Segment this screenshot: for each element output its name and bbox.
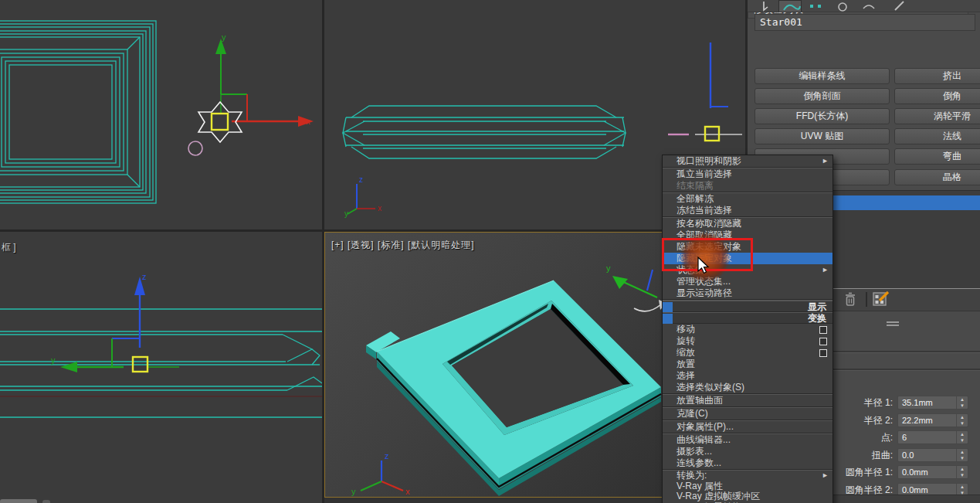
menu-item-scale[interactable]: 缩放 bbox=[663, 347, 832, 359]
svg-text:z: z bbox=[142, 272, 147, 281]
context-menu: 视口照明和阴影► 孤立当前选择 结束隔离 全部解冻 冻结当前选择 按名称取消隐藏… bbox=[662, 155, 833, 503]
submenu-arrow-icon: ► bbox=[822, 155, 829, 167]
svg-text:y: y bbox=[222, 32, 226, 42]
object-name-field[interactable]: Star001 bbox=[754, 14, 975, 31]
motion-icon[interactable] bbox=[831, 0, 854, 12]
viewport-splitter-horizontal[interactable] bbox=[0, 229, 745, 232]
create-icon[interactable] bbox=[754, 0, 777, 12]
svg-text:x: x bbox=[306, 117, 310, 126]
submenu-arrow-icon: ► bbox=[822, 471, 829, 481]
points-input[interactable]: 6 ▲▼ bbox=[897, 430, 968, 444]
settings-box-icon[interactable] bbox=[819, 349, 827, 357]
menu-item-viewport-lighting[interactable]: 视口照明和阴影► bbox=[663, 155, 832, 167]
spinner-icon[interactable]: ▲▼ bbox=[956, 466, 968, 478]
submenu-arrow-icon: ► bbox=[822, 264, 829, 276]
command-panel-tabs bbox=[748, 0, 980, 12]
rollout-grip[interactable] bbox=[887, 321, 899, 323]
menu-item-show-motion-paths[interactable]: 显示运动路径 bbox=[663, 287, 832, 299]
menu-item-placement[interactable]: 放置 bbox=[663, 359, 832, 370]
axis-tripod: z y x bbox=[344, 175, 381, 218]
distortion-input[interactable]: 0.0 ▲▼ bbox=[897, 448, 968, 462]
axis-tripod: z x y bbox=[351, 451, 410, 496]
radius2-input[interactable]: 22.2mm ▲▼ bbox=[897, 413, 968, 427]
radius1-input[interactable]: 35.1mm ▲▼ bbox=[897, 396, 968, 410]
top-view-wireframe: y x bbox=[0, 0, 322, 229]
menu-item-move[interactable]: 移动 bbox=[663, 324, 832, 335]
menu-item-select-similar[interactable]: 选择类似对象(S) bbox=[663, 382, 832, 393]
hierarchy-icon[interactable] bbox=[805, 0, 828, 12]
menu-item-freeze-selection[interactable]: 冻结当前选择 bbox=[663, 205, 832, 216]
modifier-button-edit-spline[interactable]: 编辑样条线 bbox=[754, 68, 890, 84]
remove-modifier-icon[interactable] bbox=[843, 291, 857, 311]
settings-box-icon[interactable] bbox=[819, 326, 827, 334]
menu-item-select[interactable]: 选择 bbox=[663, 370, 832, 382]
modifier-button-turbosmooth[interactable]: 涡轮平滑 bbox=[894, 108, 980, 124]
spinner-icon[interactable]: ▲▼ bbox=[956, 414, 968, 427]
star-spline bbox=[198, 102, 242, 142]
rollout-grip[interactable] bbox=[887, 325, 899, 326]
spinner-icon[interactable]: ▲▼ bbox=[956, 396, 968, 409]
viewport-label[interactable]: [+] [透视] [标准] [默认明暗处理] bbox=[331, 239, 475, 252]
viewport-splitter-vertical[interactable] bbox=[322, 0, 324, 503]
modifier-button-ffd-box[interactable]: FFD(长方体) bbox=[754, 108, 890, 124]
modifier-button-normal[interactable]: 法线 bbox=[894, 128, 980, 144]
ui-fragment bbox=[0, 499, 37, 503]
menu-item-rotate[interactable]: 旋转 bbox=[663, 335, 832, 347]
toolbar-separator bbox=[866, 292, 867, 307]
ui-fragment bbox=[42, 500, 50, 503]
menu-item-isolate-selection[interactable]: 孤立当前选择 bbox=[663, 168, 832, 180]
svg-text:x: x bbox=[378, 204, 381, 212]
modifier-button-bevel-profile[interactable]: 倒角剖面 bbox=[754, 88, 890, 104]
selection-bracket bbox=[212, 114, 228, 130]
svg-text:z: z bbox=[359, 175, 363, 184]
svg-text:y: y bbox=[344, 209, 348, 218]
menu-item-dope-sheet[interactable]: 摄影表... bbox=[663, 446, 832, 457]
move-gizmo-edge bbox=[668, 42, 742, 141]
menu-item-unfreeze-all[interactable]: 全部解冻 bbox=[663, 193, 832, 205]
modifier-button-bevel[interactable]: 倒角 bbox=[894, 88, 980, 104]
svg-text:y: y bbox=[51, 355, 56, 365]
modifier-button-bend[interactable]: 弯曲 bbox=[894, 148, 980, 165]
settings-box-icon[interactable] bbox=[819, 338, 827, 345]
modifier-button-extrude[interactable]: 挤出 bbox=[894, 68, 980, 84]
menu-item-object-properties[interactable]: 对象属性(P)... bbox=[663, 421, 832, 433]
menu-item-place-pivot-surface[interactable]: 放置轴曲面 bbox=[663, 395, 832, 406]
menu-item-vray-vfb[interactable]: V-Ray 虚拟帧缓冲区 bbox=[663, 491, 832, 502]
modifier-button-uvw-map[interactable]: UVW 贴图 bbox=[754, 128, 890, 144]
menu-item-curve-editor[interactable]: 曲线编辑器... bbox=[663, 434, 832, 446]
viewport-left[interactable]: 框 ] bbox=[0, 232, 322, 503]
quad-title-transform: 变换 bbox=[663, 312, 832, 324]
quad-title-display: 显示 bbox=[663, 301, 832, 312]
move-gizmo: z y bbox=[51, 272, 179, 372]
quad-square-icon bbox=[663, 302, 673, 312]
configure-modifier-sets-icon[interactable] bbox=[872, 291, 890, 311]
menu-item-end-isolate[interactable]: 结束隔离 bbox=[663, 180, 832, 192]
svg-text:y: y bbox=[351, 487, 356, 496]
fillet-radius1-input[interactable]: 0.0mm ▲▼ bbox=[897, 465, 968, 479]
modifier-button-lattice[interactable]: 晶格 bbox=[894, 169, 980, 185]
spinner-icon[interactable]: ▲▼ bbox=[956, 449, 968, 461]
menu-item-convert-to[interactable]: 转换为:► bbox=[663, 471, 832, 481]
left-view-wireframe: z y bbox=[0, 232, 322, 503]
utilities-icon[interactable] bbox=[888, 0, 911, 12]
viewport-top[interactable]: y x bbox=[0, 0, 322, 229]
mouse-cursor bbox=[697, 257, 710, 274]
modify-icon[interactable] bbox=[778, 0, 802, 12]
menu-item-unhide-by-name[interactable]: 按名称取消隐藏 bbox=[663, 218, 832, 229]
menu-item-wire-parameters[interactable]: 连线参数... bbox=[663, 457, 832, 469]
viewport-label-partial: 框 ] bbox=[2, 241, 16, 254]
quad-square-icon bbox=[663, 314, 673, 324]
circle-spline bbox=[188, 141, 202, 155]
display-icon[interactable] bbox=[857, 0, 880, 12]
svg-text:z: z bbox=[385, 451, 389, 461]
menu-item-vray-properties[interactable]: V-Ray 属性 bbox=[663, 481, 832, 492]
svg-text:y: y bbox=[606, 263, 611, 273]
menu-item-clone[interactable]: 克隆(C) bbox=[663, 408, 832, 420]
svg-text:x: x bbox=[405, 487, 410, 496]
3dsmax-window: y x bbox=[0, 0, 980, 503]
rotate-gizmo: y bbox=[606, 263, 666, 311]
spinner-icon[interactable]: ▲▼ bbox=[956, 431, 968, 444]
